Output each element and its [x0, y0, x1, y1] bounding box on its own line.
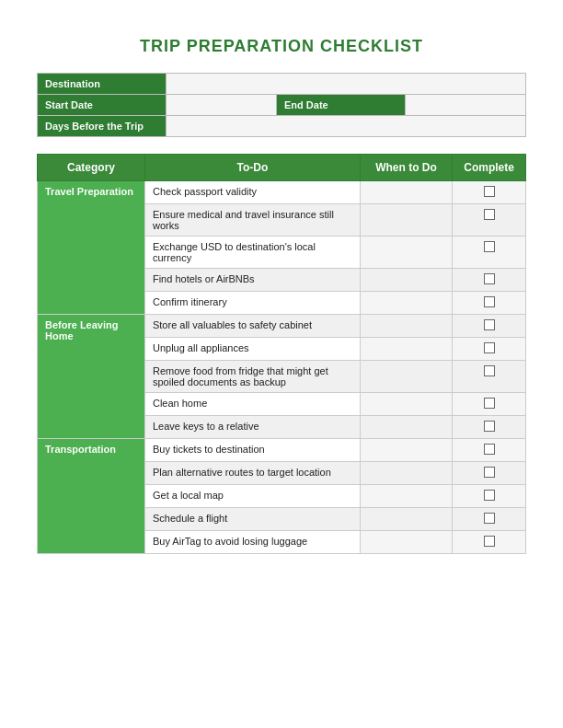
when-cell	[360, 204, 452, 237]
when-cell	[360, 292, 452, 315]
complete-cell[interactable]	[453, 485, 526, 508]
when-cell	[360, 237, 452, 269]
when-cell	[360, 531, 452, 554]
page-title: TRIP PREPARATION CHECKLIST	[37, 37, 526, 56]
header-category: Category	[38, 155, 145, 181]
todo-cell: Ensure medical and travel insurance stil…	[144, 204, 360, 237]
todo-cell: Get a local map	[144, 485, 360, 508]
days-before-trip-value[interactable]	[167, 116, 526, 137]
checkbox-icon[interactable]	[484, 536, 495, 547]
checkbox-icon[interactable]	[484, 273, 495, 284]
todo-cell: Buy AirTag to avoid losing luggage	[144, 531, 360, 554]
header-when-to-do: When to Do	[360, 155, 452, 181]
when-cell	[360, 315, 452, 338]
complete-cell[interactable]	[453, 361, 526, 393]
when-cell	[360, 269, 452, 292]
when-cell	[360, 393, 452, 416]
when-cell	[360, 439, 452, 462]
todo-cell: Store all valuables to safety cabinet	[144, 315, 360, 338]
complete-cell[interactable]	[453, 416, 526, 439]
when-cell	[360, 361, 452, 393]
when-cell	[360, 508, 452, 531]
checkbox-icon[interactable]	[484, 467, 495, 478]
complete-cell[interactable]	[453, 269, 526, 292]
complete-cell[interactable]	[453, 531, 526, 554]
checkbox-icon[interactable]	[484, 296, 495, 307]
todo-cell: Schedule a flight	[144, 508, 360, 531]
checkbox-icon[interactable]	[484, 209, 495, 220]
destination-value[interactable]	[167, 74, 526, 95]
todo-cell: Clean home	[144, 393, 360, 416]
header-todo: To-Do	[144, 155, 360, 181]
when-cell	[360, 462, 452, 485]
todo-cell: Plan alternative routes to target locati…	[144, 462, 360, 485]
checkbox-icon[interactable]	[484, 241, 495, 252]
complete-cell[interactable]	[453, 462, 526, 485]
complete-cell[interactable]	[453, 204, 526, 237]
info-grid: Destination Start Date End Date Days Bef…	[37, 73, 526, 137]
start-date-label: Start Date	[38, 95, 167, 116]
todo-cell: Buy tickets to destination	[144, 439, 360, 462]
when-cell	[360, 338, 452, 361]
complete-cell[interactable]	[453, 393, 526, 416]
complete-cell[interactable]	[453, 315, 526, 338]
when-cell	[360, 416, 452, 439]
todo-cell: Find hotels or AirBNBs	[144, 269, 360, 292]
complete-cell[interactable]	[453, 508, 526, 531]
complete-cell[interactable]	[453, 439, 526, 462]
complete-cell[interactable]	[453, 237, 526, 269]
checkbox-icon[interactable]	[484, 186, 495, 197]
checkbox-icon[interactable]	[484, 342, 495, 353]
todo-cell: Confirm itinerary	[144, 292, 360, 315]
start-date-value[interactable]	[167, 95, 277, 116]
todo-cell: Unplug all appliances	[144, 338, 360, 361]
todo-cell: Remove food from fridge that might get s…	[144, 361, 360, 393]
todo-cell: Leave keys to a relative	[144, 416, 360, 439]
when-cell	[360, 181, 452, 204]
checkbox-icon[interactable]	[484, 421, 495, 432]
category-cell: Before Leaving Home	[38, 315, 145, 439]
complete-cell[interactable]	[453, 181, 526, 204]
end-date-value[interactable]	[406, 95, 526, 116]
days-before-trip-label: Days Before the Trip	[38, 116, 167, 137]
end-date-label: End Date	[277, 95, 406, 116]
checkbox-icon[interactable]	[484, 319, 495, 330]
destination-label: Destination	[38, 74, 167, 95]
when-cell	[360, 485, 452, 508]
checkbox-icon[interactable]	[484, 365, 495, 376]
checkbox-icon[interactable]	[484, 490, 495, 501]
complete-cell[interactable]	[453, 338, 526, 361]
main-table: Category To-Do When to Do Complete Trave…	[37, 154, 526, 554]
checkbox-icon[interactable]	[484, 513, 495, 524]
category-cell: Transportation	[38, 439, 145, 554]
checkbox-icon[interactable]	[484, 444, 495, 455]
todo-cell: Check passport validity	[144, 181, 360, 204]
complete-cell[interactable]	[453, 292, 526, 315]
todo-cell: Exchange USD to destination's local curr…	[144, 237, 360, 269]
header-complete: Complete	[453, 155, 526, 181]
checkbox-icon[interactable]	[484, 398, 495, 409]
category-cell: Travel Preparation	[38, 181, 145, 315]
